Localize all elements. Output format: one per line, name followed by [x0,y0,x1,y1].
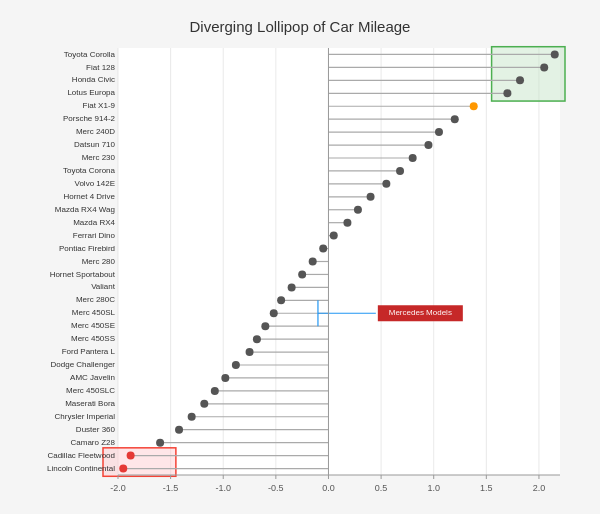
svg-text:Merc 450SLC: Merc 450SLC [66,386,115,395]
svg-text:Ford Pantera L: Ford Pantera L [62,347,116,356]
svg-point-56 [330,232,338,240]
svg-point-53 [343,219,351,227]
svg-rect-1 [118,48,560,475]
svg-point-14 [551,50,559,58]
svg-point-95 [200,400,208,408]
svg-point-107 [127,452,135,460]
chart-title: Diverging Lollipop of Car Mileage [190,18,411,35]
svg-point-20 [516,76,524,84]
svg-text:Merc 450SL: Merc 450SL [72,308,116,317]
svg-point-62 [309,258,317,266]
svg-text:Merc 240D: Merc 240D [76,127,115,136]
svg-text:Merc 280: Merc 280 [82,257,116,266]
svg-text:0.5: 0.5 [375,483,388,493]
svg-text:Duster 360: Duster 360 [76,425,116,434]
svg-text:-1.5: -1.5 [163,483,179,493]
svg-text:Porsche 914-2: Porsche 914-2 [63,114,116,123]
svg-text:Ferrari Dino: Ferrari Dino [73,231,116,240]
svg-point-101 [175,426,183,434]
svg-point-80 [253,335,261,343]
svg-point-74 [270,309,278,317]
svg-point-104 [156,439,164,447]
svg-text:-1.0: -1.0 [215,483,231,493]
svg-text:Camaro Z28: Camaro Z28 [71,438,116,447]
svg-text:Mercedes Models: Mercedes Models [389,308,452,317]
svg-point-29 [451,115,459,123]
svg-text:Volvo 142E: Volvo 142E [75,179,115,188]
svg-point-32 [435,128,443,136]
svg-point-41 [396,167,404,175]
svg-text:Honda Civic: Honda Civic [72,75,115,84]
chart-container: Diverging Lollipop of Car Mileage Toyota… [0,0,600,514]
svg-text:AMC Javelin: AMC Javelin [70,373,115,382]
main-chart: Toyota CorollaFiat 128Honda CivicLotus E… [10,43,590,503]
svg-point-71 [277,296,285,304]
svg-text:Hornet 4 Drive: Hornet 4 Drive [63,192,115,201]
svg-point-86 [232,361,240,369]
svg-text:Merc 450SS: Merc 450SS [71,334,115,343]
svg-text:Fiat X1-9: Fiat X1-9 [83,101,116,110]
svg-text:Valiant: Valiant [91,282,116,291]
svg-text:Pontiac Firebird: Pontiac Firebird [59,244,115,253]
svg-point-77 [261,322,269,330]
svg-text:Datsun 710: Datsun 710 [74,140,115,149]
svg-text:-2.0: -2.0 [110,483,126,493]
svg-point-110 [119,465,127,473]
svg-point-35 [424,141,432,149]
svg-text:Maserati Bora: Maserati Bora [65,399,115,408]
svg-point-17 [540,63,548,71]
svg-point-65 [298,270,306,278]
svg-text:-0.5: -0.5 [268,483,284,493]
svg-point-98 [188,413,196,421]
svg-text:Lotus Europa: Lotus Europa [67,88,115,97]
svg-text:Hornet Sportabout: Hornet Sportabout [50,270,116,279]
svg-point-26 [470,102,478,110]
svg-text:Fiat 128: Fiat 128 [86,63,115,72]
svg-point-23 [503,89,511,97]
svg-text:Mazda RX4 Wag: Mazda RX4 Wag [55,205,115,214]
svg-text:Chrysler Imperial: Chrysler Imperial [55,412,116,421]
svg-text:Cadillac Fleetwood: Cadillac Fleetwood [47,451,115,460]
svg-point-68 [288,283,296,291]
svg-point-92 [211,387,219,395]
svg-text:Mazda RX4: Mazda RX4 [73,218,115,227]
svg-text:0.0: 0.0 [322,483,335,493]
svg-text:1.0: 1.0 [427,483,440,493]
svg-point-38 [409,154,417,162]
svg-text:Toyota Corolla: Toyota Corolla [64,50,116,59]
svg-text:Dodge Challenger: Dodge Challenger [51,360,116,369]
svg-point-83 [246,348,254,356]
svg-text:Merc 280C: Merc 280C [76,295,115,304]
svg-text:Lincoln Continental: Lincoln Continental [47,464,115,473]
svg-text:Merc 450SE: Merc 450SE [71,321,115,330]
svg-text:Toyota Corona: Toyota Corona [63,166,116,175]
svg-point-59 [319,245,327,253]
svg-text:2.0: 2.0 [533,483,546,493]
svg-point-44 [382,180,390,188]
svg-text:1.5: 1.5 [480,483,493,493]
svg-point-47 [367,193,375,201]
svg-point-50 [354,206,362,214]
svg-text:Merc 230: Merc 230 [82,153,116,162]
svg-point-89 [221,374,229,382]
